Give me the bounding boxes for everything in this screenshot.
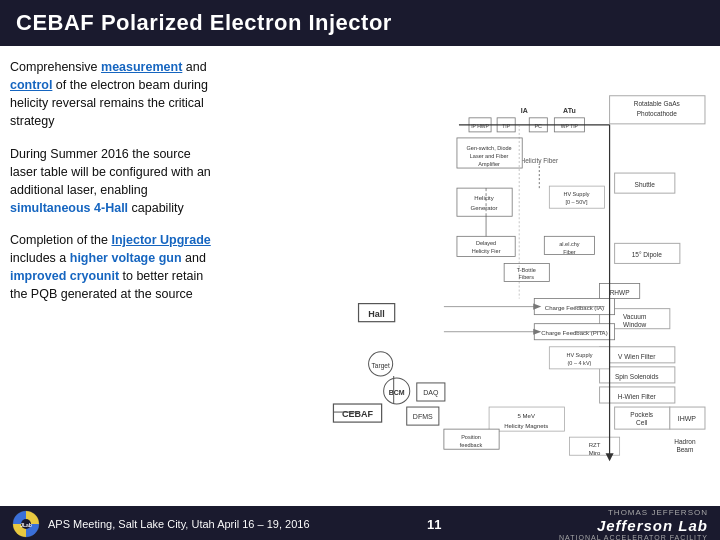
text-block-3: Completion of the Injector Upgrade inclu…	[10, 231, 220, 304]
jlab-brand: THOMAS JEFFERSON Jefferson Lab NATIONAL …	[559, 508, 708, 541]
simultaneous-highlight: simultaneous 4-Hall	[10, 201, 128, 215]
svg-text:BCM: BCM	[389, 389, 405, 396]
svg-text:Helicity Fier: Helicity Fier	[472, 248, 501, 254]
svg-text:Window: Window	[623, 321, 646, 328]
footer-left: JLab APS Meeting, Salt Lake City, Utah A…	[12, 510, 310, 538]
page-title: CEBAF Polarized Electron Injector	[16, 10, 392, 35]
svg-text:Vacuum: Vacuum	[623, 313, 646, 320]
svg-text:T-Bottle: T-Bottle	[517, 267, 536, 273]
svg-text:V Wien Filter: V Wien Filter	[618, 353, 656, 360]
left-column: Comprehensive measurement and control of…	[10, 56, 220, 501]
svg-text:TIP: TIP	[502, 123, 510, 129]
svg-text:Hadron: Hadron	[674, 438, 696, 445]
svg-text:[0 – 50V]: [0 – 50V]	[565, 199, 588, 205]
svg-text:JLab: JLab	[20, 522, 32, 528]
svg-text:Cell: Cell	[636, 419, 648, 426]
injector-diagram: Rotatable GaAs Photocathode Shuttle 15° …	[228, 56, 710, 501]
svg-text:RZT: RZT	[589, 442, 601, 448]
svg-text:Photocathode: Photocathode	[637, 110, 678, 117]
svg-text:HV Supply: HV Supply	[563, 191, 589, 197]
text-block-1: Comprehensive measurement and control of…	[10, 58, 220, 131]
svg-text:Helicity: Helicity	[474, 195, 493, 201]
svg-text:IHWP: IHWP	[678, 415, 697, 422]
svg-text:Shuttle: Shuttle	[635, 181, 656, 188]
svg-text:Amplifier: Amplifier	[478, 161, 500, 167]
svg-text:feedback: feedback	[460, 442, 483, 448]
logo-icon: JLab	[12, 510, 40, 538]
text-block-2: During Summer 2016 the source laser tabl…	[10, 145, 220, 218]
svg-text:(0 – 4 kV): (0 – 4 kV)	[567, 360, 591, 366]
svg-text:Helicity Magnets: Helicity Magnets	[504, 423, 548, 429]
svg-text:DFMS: DFMS	[413, 413, 433, 420]
svg-text:Charge Feedback (IA): Charge Feedback (IA)	[545, 305, 604, 311]
svg-text:IA: IA	[521, 107, 528, 114]
svg-text:Pockels: Pockels	[630, 411, 654, 418]
svg-text:DAQ: DAQ	[423, 389, 439, 397]
improved-cryounit-highlight: improved cryounit	[10, 269, 119, 283]
svg-text:Charge Feedback (PITA): Charge Feedback (PITA)	[541, 330, 607, 336]
svg-text:IP HWP: IP HWP	[471, 123, 489, 129]
diagram-svg: Rotatable GaAs Photocathode Shuttle 15° …	[228, 56, 710, 501]
page-header: CEBAF Polarized Electron Injector	[0, 0, 720, 46]
jlab-logo: JLab	[12, 510, 40, 538]
svg-text:al.el.chy: al.el.chy	[559, 241, 579, 247]
svg-text:H-Wien Filter: H-Wien Filter	[618, 393, 657, 400]
page-number: 11	[427, 517, 441, 532]
svg-text:Spin Solenoids: Spin Solenoids	[615, 373, 659, 381]
svg-text:Helicity Fiber: Helicity Fiber	[520, 157, 558, 165]
svg-text:Beam: Beam	[676, 446, 693, 453]
svg-text:WP TIP: WP TIP	[561, 123, 579, 129]
svg-text:PC: PC	[534, 123, 542, 129]
control-highlight: control	[10, 78, 52, 92]
svg-text:HV Supply: HV Supply	[566, 352, 592, 358]
svg-text:Generator: Generator	[471, 205, 498, 211]
svg-text:Miro: Miro	[589, 450, 601, 456]
svg-text:Fiber: Fiber	[563, 249, 576, 255]
footer: JLab APS Meeting, Salt Lake City, Utah A…	[0, 506, 720, 540]
svg-text:Rotatable GaAs: Rotatable GaAs	[634, 100, 681, 107]
svg-text:CEBAF: CEBAF	[342, 409, 374, 419]
svg-text:Gen-switch, Diode: Gen-switch, Diode	[467, 145, 512, 151]
svg-text:15° Dipole: 15° Dipole	[632, 251, 663, 259]
svg-text:Target: Target	[372, 362, 390, 370]
svg-text:5 MeV: 5 MeV	[518, 413, 535, 419]
svg-text:Position: Position	[461, 434, 481, 440]
svg-text:RHWP: RHWP	[610, 289, 630, 296]
conference-label: APS Meeting, Salt Lake City, Utah April …	[48, 518, 310, 530]
svg-text:Fibers: Fibers	[519, 275, 535, 281]
injector-upgrade-highlight: Injector Upgrade	[111, 233, 210, 247]
jlab-text: Jefferson Lab	[597, 517, 708, 534]
measurement-highlight: measurement	[101, 60, 182, 74]
svg-text:Delayed: Delayed	[476, 240, 496, 246]
higher-voltage-highlight: higher voltage gun	[70, 251, 182, 265]
svg-rect-34	[457, 188, 512, 216]
svg-text:ATu: ATu	[563, 107, 576, 114]
svg-text:Laser and Fiber: Laser and Fiber	[470, 153, 509, 159]
main-content: Comprehensive measurement and control of…	[0, 46, 720, 506]
svg-text:Hall: Hall	[368, 309, 385, 319]
